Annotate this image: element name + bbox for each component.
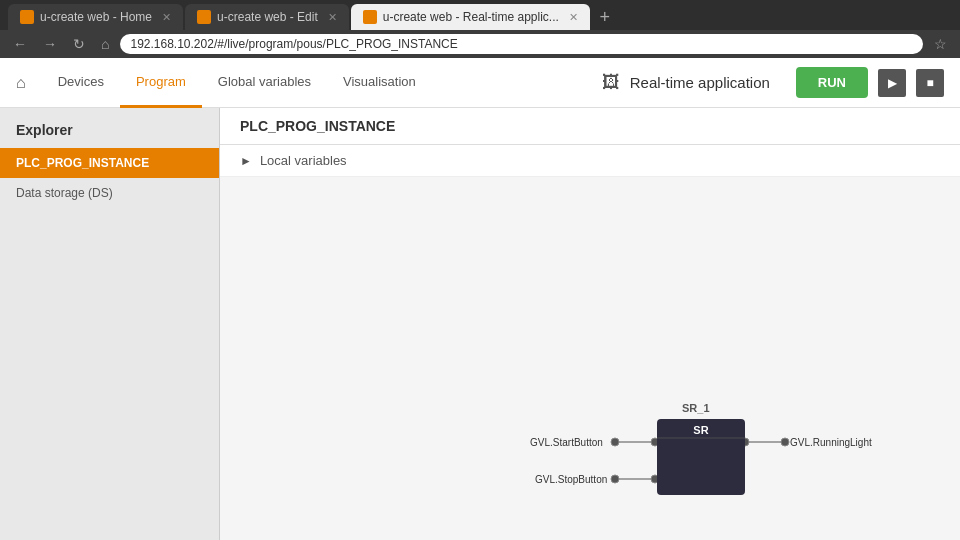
svg-point-4 [611, 475, 619, 483]
run-button[interactable]: RUN [796, 67, 868, 98]
tab-close-1[interactable]: ✕ [162, 11, 171, 24]
app-title-section: 🖼 Real-time application RUN ▶ ■ [602, 67, 944, 98]
svg-text:GVL.StopButton: GVL.StopButton [535, 474, 607, 485]
stop-button[interactable]: ■ [916, 69, 944, 97]
tab-label-1: u-create web - Home [40, 10, 152, 24]
tab-1[interactable]: u-create web - Home ✕ [8, 4, 183, 30]
tab-devices[interactable]: Devices [42, 58, 120, 108]
svg-text:GVL.StartButton: GVL.StartButton [530, 437, 603, 448]
content-title: PLC_PROG_INSTANCE [240, 118, 395, 134]
tab-favicon-3 [363, 10, 377, 24]
svg-rect-16 [657, 419, 745, 495]
diagram-svg: GVL.StartButton S1 GVL.StopButton R Q1 G… [220, 177, 960, 540]
tab-close-3[interactable]: ✕ [569, 11, 578, 24]
app-title: Real-time application [630, 74, 770, 91]
sidebar-item-plc-prog[interactable]: PLC_PROG_INSTANCE [0, 148, 219, 178]
bookmark-button[interactable]: ☆ [929, 34, 952, 54]
svg-point-1 [611, 438, 619, 446]
app-header: ⌂ Devices Program Global variables Visua… [0, 58, 960, 108]
svg-text:Q1: Q1 [729, 437, 743, 448]
svg-text:SR_1: SR_1 [682, 402, 710, 414]
tab-3[interactable]: u-create web - Real-time applic... ✕ [351, 4, 590, 30]
svg-point-7 [741, 438, 749, 446]
nav-tabs: Devices Program Global variables Visuali… [42, 58, 602, 108]
local-vars-toggle[interactable]: ► Local variables [220, 145, 960, 177]
monitor-icon: 🖼 [602, 72, 620, 93]
main-layout: Explorer PLC_PROG_INSTANCE Data storage … [0, 108, 960, 540]
tab-visualisation[interactable]: Visualisation [327, 58, 432, 108]
new-tab-button[interactable]: + [592, 4, 618, 30]
chevron-icon: ► [240, 154, 252, 168]
tab-global-variables[interactable]: Global variables [202, 58, 327, 108]
home-button[interactable]: ⌂ [96, 34, 114, 54]
tab-favicon-2 [197, 10, 211, 24]
address-text: 192.168.10.202/#/live/program/pous/PLC_P… [130, 37, 457, 51]
tab-program[interactable]: Program [120, 58, 202, 108]
tab-label-2: u-create web - Edit [217, 10, 318, 24]
address-bar[interactable]: 192.168.10.202/#/live/program/pous/PLC_P… [120, 34, 923, 54]
svg-point-2 [651, 438, 659, 446]
svg-text:GVL.RunningLight: GVL.RunningLight [790, 437, 872, 448]
content-area: PLC_PROG_INSTANCE ► Local variables [220, 108, 960, 540]
play-button[interactable]: ▶ [878, 69, 906, 97]
browser-chrome: u-create web - Home ✕ u-create web - Edi… [0, 0, 960, 58]
sidebar-item-data-storage[interactable]: Data storage (DS) [0, 178, 219, 208]
back-button[interactable]: ← [8, 34, 32, 54]
forward-button[interactable]: → [38, 34, 62, 54]
svg-point-5 [651, 475, 659, 483]
tab-close-2[interactable]: ✕ [328, 11, 337, 24]
sidebar-title: Explorer [0, 108, 219, 148]
tab-favicon-1 [20, 10, 34, 24]
svg-point-8 [781, 438, 789, 446]
svg-text:SR: SR [693, 424, 708, 436]
tab-bar: u-create web - Home ✕ u-create web - Edi… [0, 0, 960, 30]
diagram-area: GVL.StartButton S1 GVL.StopButton R Q1 G… [220, 177, 960, 540]
tab-label-3: u-create web - Real-time applic... [383, 10, 559, 24]
tab-2[interactable]: u-create web - Edit ✕ [185, 4, 349, 30]
app-home-button[interactable]: ⌂ [16, 74, 26, 92]
content-header: PLC_PROG_INSTANCE [220, 108, 960, 145]
sidebar: Explorer PLC_PROG_INSTANCE Data storage … [0, 108, 220, 540]
svg-text:R: R [660, 474, 667, 485]
svg-text:S1: S1 [660, 437, 673, 448]
nav-bar: ← → ↻ ⌂ 192.168.10.202/#/live/program/po… [0, 30, 960, 58]
reload-button[interactable]: ↻ [68, 34, 90, 54]
